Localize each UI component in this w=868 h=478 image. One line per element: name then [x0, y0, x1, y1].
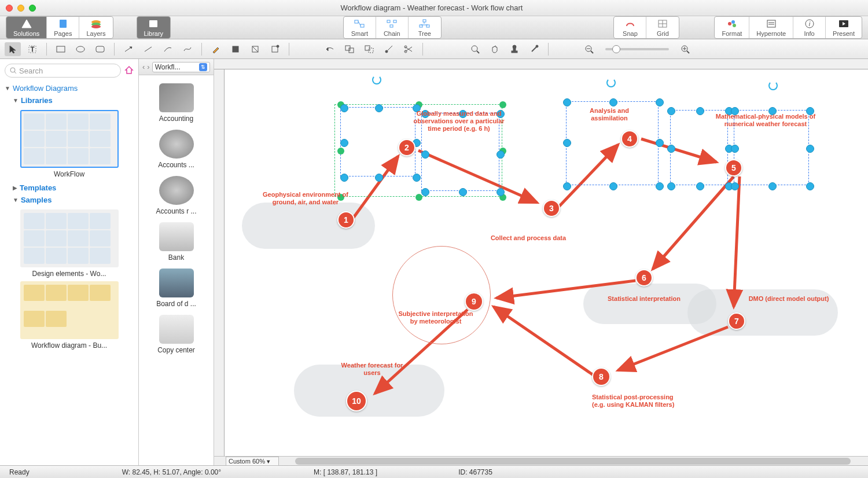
scrollbar-horizontal[interactable]: Custom 60% ▾ [214, 456, 868, 465]
library-selector[interactable]: Workfl...⇅ [152, 62, 210, 72]
node-1[interactable]: 1 [337, 211, 355, 229]
rotate-handle-icon[interactable] [606, 78, 616, 87]
zoom-dropdown[interactable]: Custom 60% ▾ [226, 457, 279, 466]
tree-libraries[interactable]: ▼Libraries [5, 94, 134, 106]
window-title: Workflow diagram - Weather forecast - Wo… [36, 3, 827, 12]
stamp-tool[interactable] [506, 42, 523, 56]
hand-tool[interactable] [487, 42, 503, 56]
close-icon[interactable] [6, 5, 13, 12]
status-ready: Ready [9, 468, 30, 476]
svg-marker-0 [22, 20, 31, 28]
tree-workflow-diagrams[interactable]: ▼Workflow Diagrams [5, 82, 134, 94]
lib-forward-button[interactable]: › [147, 62, 149, 71]
grid-button[interactable]: Grid [646, 17, 679, 38]
hypernote-button[interactable]: Hypernote [749, 17, 793, 38]
info-button[interactable]: iInfo [793, 17, 826, 38]
canvas[interactable]: 1 2 3 4 5 6 7 8 9 10 Geophysical environ… [225, 69, 868, 456]
label-postproc: Statistical post-processing (e.g. using … [592, 394, 685, 409]
thumb-workflow-bu[interactable]: Workflow diagram - Bu... [9, 281, 129, 350]
zoom-tool[interactable] [467, 42, 483, 56]
lib-item-accounts-r[interactable]: Accounts r ... [139, 172, 214, 219]
svg-point-55 [472, 46, 477, 52]
ellipse-tool[interactable] [72, 42, 89, 56]
gradient-tool[interactable] [247, 42, 263, 56]
svg-rect-6 [355, 20, 358, 23]
spline-tool[interactable] [179, 42, 196, 56]
canvas-area: 1 2 3 4 5 6 7 8 9 10 Geophysical environ… [214, 59, 868, 465]
layers-button[interactable]: Layers [79, 17, 112, 38]
node-8[interactable]: 8 [592, 367, 610, 386]
snap-button[interactable]: Snap [614, 17, 646, 38]
node-9[interactable]: 9 [465, 292, 483, 311]
crop-tool[interactable] [267, 42, 283, 56]
svg-point-43 [277, 45, 279, 47]
coins-minus-icon [159, 130, 194, 159]
chain-button[interactable]: Chain [376, 17, 409, 38]
undo-tool[interactable] [322, 42, 338, 56]
tree-button[interactable]: Tree [409, 17, 441, 38]
snap-icon [623, 18, 638, 30]
svg-marker-44 [326, 47, 328, 51]
svg-point-34 [76, 46, 84, 52]
line-tool[interactable] [120, 42, 137, 56]
smart-button[interactable]: Smart [344, 17, 376, 38]
zoom-slider[interactable] [605, 48, 669, 50]
zoom-in-button[interactable] [677, 42, 693, 56]
ruler-vertical[interactable] [214, 69, 225, 456]
svg-rect-1 [60, 20, 67, 28]
svg-rect-11 [390, 25, 393, 27]
align-tool[interactable] [381, 42, 397, 56]
lib-item-board[interactable]: Board of d ... [139, 265, 214, 311]
roundrect-tool[interactable] [92, 42, 108, 56]
maximize-icon[interactable] [29, 5, 36, 12]
lib-item-bank[interactable]: Bank [139, 219, 214, 265]
node-3[interactable]: 3 [543, 200, 560, 217]
node-6[interactable]: 6 [635, 269, 653, 286]
text-tool[interactable]: T [24, 42, 41, 56]
rotate-handle-icon[interactable] [372, 75, 381, 84]
label-wx: Weather forecast for users [337, 362, 407, 377]
library-button[interactable]: Library [137, 17, 171, 38]
pointer-tool[interactable] [5, 42, 21, 56]
window-controls[interactable] [6, 5, 36, 12]
format-button[interactable]: Format [715, 17, 749, 38]
group-tool[interactable] [341, 42, 358, 56]
tree-samples[interactable]: ▼Samples [5, 194, 134, 206]
lib-item-copy-center[interactable]: Copy center [139, 311, 214, 358]
pages-button[interactable]: Pages [47, 17, 79, 38]
zoom-out-button[interactable] [581, 42, 597, 56]
thumb-workflow[interactable]: WorkFlow [9, 110, 129, 178]
lib-item-accounts[interactable]: Accounts ... [139, 126, 214, 172]
titlebar: Workflow diagram - Weather forecast - Wo… [0, 0, 868, 16]
present-button[interactable]: Present [826, 17, 862, 38]
node-7[interactable]: 7 [728, 312, 745, 330]
node-10[interactable]: 10 [346, 391, 367, 411]
svg-line-8 [358, 21, 361, 25]
eyedropper-tool[interactable] [526, 42, 542, 56]
home-icon[interactable] [124, 65, 134, 76]
rect-tool[interactable] [53, 42, 69, 56]
rotate-handle-icon[interactable] [768, 81, 778, 90]
arc-tool[interactable] [160, 42, 176, 56]
search-input[interactable]: Search [5, 64, 121, 78]
statusbar: Ready W: 82.45, H: 51.07, Angle: 0.00° M… [0, 465, 868, 478]
layers-icon [89, 18, 104, 30]
node-4[interactable]: 4 [621, 130, 638, 148]
svg-point-69 [10, 68, 15, 72]
node-2[interactable]: 2 [398, 139, 415, 156]
ungroup-tool[interactable] [361, 42, 377, 56]
lib-item-accounting[interactable]: Accounting [139, 80, 214, 126]
ruler-horizontal[interactable] [214, 59, 868, 69]
fill-tool[interactable] [227, 42, 244, 56]
svg-line-41 [252, 46, 258, 52]
line2-tool[interactable] [140, 42, 156, 56]
thumb-design-elements[interactable]: Design elements - Wo... [9, 209, 129, 278]
tree-templates[interactable]: ▶Templates [5, 182, 134, 194]
lib-back-button[interactable]: ‹ [142, 62, 145, 71]
minimize-icon[interactable] [17, 5, 24, 12]
solutions-button[interactable]: Solutions [6, 17, 47, 38]
scissors-tool[interactable] [400, 42, 417, 56]
pencil-tool[interactable] [208, 42, 224, 56]
svg-rect-35 [96, 46, 104, 52]
node-5[interactable]: 5 [725, 159, 742, 177]
